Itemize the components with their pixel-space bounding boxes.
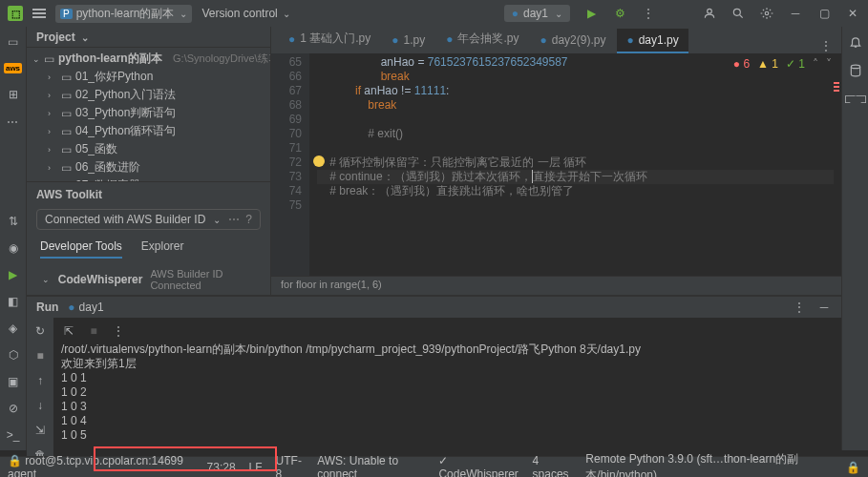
right-toolbar: ⫍⫎ — [841, 27, 868, 450]
editor-tab[interactable]: ●1.py — [382, 29, 434, 53]
main-area: ▭ aws ⊞ ⋯ ⇅ ◉ ▶ ◧ ◈ ⬡ ▣ ⊘ >_ Project — [0, 27, 868, 450]
line-separator[interactable]: LF — [249, 461, 263, 474]
commit-icon[interactable]: ◉ — [6, 240, 21, 256]
run-hide-icon[interactable]: ─ — [816, 300, 832, 315]
inspection-indicator[interactable]: ● 6 ▲ 1 ✓ 1 ˄˅ — [733, 57, 832, 71]
encoding[interactable]: UTF-8 — [276, 454, 305, 478]
remote-agent[interactable]: 🔒 root@5.tcp.vip.cpolar.cn:14699 agent — [8, 454, 194, 478]
lock-icon[interactable]: 🔒 — [846, 460, 860, 475]
run-title: Run — [36, 301, 58, 314]
editor: ●1 基础入门.py●1.py●年会抽奖.py●day2(9).py●day1.… — [271, 27, 841, 295]
run-config-label[interactable]: ●day1 — [68, 301, 103, 314]
tab-developer-tools[interactable]: Developer Tools — [40, 239, 122, 259]
svg-point-0 — [708, 9, 712, 13]
svg-point-1 — [733, 9, 740, 15]
code-area[interactable]: anHao = 7615237615237652349587 break if … — [309, 53, 841, 276]
aws-toolkit-header[interactable]: AWS Toolkit — [27, 181, 270, 205]
terminal-icon[interactable]: >_ — [6, 427, 21, 443]
aws-status[interactable]: AWS: Unable to connect — [317, 454, 425, 478]
python-console-icon[interactable]: ◧ — [6, 294, 21, 309]
up-icon[interactable]: ↑ — [32, 373, 48, 388]
project-tool-window: Project ⌄▭ python-learn的副本 G:\SynologyDr… — [27, 27, 271, 295]
more-icon[interactable]: ⋮ — [641, 6, 656, 21]
debug-icon[interactable]: ⚙ — [612, 6, 627, 21]
search-icon[interactable] — [730, 6, 746, 21]
maximize-icon[interactable]: ▢ — [816, 6, 832, 21]
console-line: 1 0 2 — [61, 385, 834, 400]
close-icon[interactable]: ✕ — [845, 6, 860, 21]
console-output[interactable]: ⇱ ■ ⋮ /root/.virtualenvs/python-learn的副本… — [53, 318, 841, 463]
tree-folder[interactable]: ›▭ 03_Python判断语句 — [27, 104, 270, 122]
python-packages-icon[interactable]: ◈ — [6, 321, 21, 336]
down-icon[interactable]: ↓ — [32, 398, 48, 413]
problems-icon[interactable]: ⊘ — [6, 401, 21, 416]
intention-bulb-icon[interactable] — [313, 156, 325, 167]
project-tool-icon[interactable]: ▭ — [6, 34, 21, 50]
left-toolbar: ▭ aws ⊞ ⋯ ⇅ ◉ ▶ ◧ ◈ ⬡ ▣ ⊘ >_ — [0, 27, 27, 450]
structure-icon[interactable]: ⊞ — [6, 87, 21, 102]
codewhisperer-item[interactable]: ⌄ CodeWhisperer AWS Builder ID Connected — [36, 268, 261, 291]
tree-folder[interactable]: ›▭ 01_你好Python — [27, 68, 270, 86]
tabs-more-icon[interactable]: ⋮ — [818, 38, 834, 53]
status-bar: 🔒 root@5.tcp.vip.cpolar.cn:14699 agent 7… — [0, 456, 868, 477]
svg-point-2 — [765, 11, 769, 15]
titlebar: ⬚ P python-learn的副本 Version control ● da… — [0, 0, 868, 27]
tab-explorer[interactable]: Explorer — [141, 239, 184, 259]
project-header[interactable]: Project — [27, 27, 270, 48]
settings-icon[interactable] — [759, 6, 774, 21]
filter-icon[interactable]: ⇲ — [32, 423, 48, 438]
soft-wrap-icon[interactable]: ■ — [86, 323, 101, 339]
git-icon[interactable]: ⇅ — [6, 214, 21, 229]
export-icon[interactable]: ⇱ — [61, 323, 76, 339]
codewhisperer-status[interactable]: ✓ CodeWhisperer — [438, 454, 519, 478]
run-icon[interactable]: ▶ — [583, 6, 599, 21]
project-selector[interactable]: P python-learn的副本 — [55, 5, 192, 23]
editor-tab[interactable]: ●1 基础入门.py — [279, 26, 380, 53]
project-name: python-learn的副本 — [76, 6, 175, 22]
minimize-icon[interactable]: ─ — [788, 6, 803, 21]
editor-tab[interactable]: ●年会抽奖.py — [436, 26, 528, 53]
tree-folder[interactable]: ›▭ 06_函数进阶 — [27, 158, 270, 176]
main-menu-icon[interactable] — [32, 9, 46, 18]
tree-folder[interactable]: ›▭ 02_Python入门语法 — [27, 86, 270, 104]
stop-icon[interactable]: ■ — [32, 348, 48, 363]
run-tool-window: Run ●day1 ⋮ ─ ↻ ■ ↑ ↓ ⇲ 🗑 — [27, 296, 841, 463]
run-tool-icon[interactable]: ▶ — [6, 267, 21, 282]
version-control-menu[interactable]: Version control — [201, 7, 290, 20]
scroll-icon[interactable]: ⋮ — [111, 323, 126, 339]
project-tree: ⌄▭ python-learn的副本 G:\SynologyDrive\练习项目… — [27, 48, 270, 181]
user-icon[interactable] — [702, 6, 717, 21]
editor-tab[interactable]: ●day1.py — [617, 29, 688, 53]
tree-folder[interactable]: ›▭ 04_Python循环语句 — [27, 122, 270, 140]
notifications-icon[interactable] — [848, 34, 863, 50]
editor-tab[interactable]: ●day2(9).py — [530, 29, 615, 53]
more-tools-icon[interactable]: ⋯ — [7, 115, 19, 129]
terminal-tool-icon[interactable]: ▣ — [6, 374, 21, 389]
services-icon[interactable]: ⬡ — [6, 347, 21, 363]
aws-connection-selector[interactable]: Connected with AWS Builder ID ⋯ ? — [36, 209, 261, 230]
gutter: 6566676869707172737475 — [271, 53, 309, 276]
database-icon[interactable] — [848, 63, 863, 78]
run-settings-icon[interactable]: ⋮ — [792, 300, 807, 315]
interpreter-status[interactable]: Remote Python 3.9.0 (sft…thon-learn的副本/b… — [585, 451, 833, 478]
svg-point-3 — [851, 65, 859, 69]
console-line: 欢迎来到第1层 — [61, 357, 834, 371]
tree-root[interactable]: ⌄▭ python-learn的副本 G:\SynologyDrive\练习项目… — [27, 50, 270, 68]
console-line: 1 0 4 — [61, 414, 834, 428]
indent-status[interactable]: 4 spaces — [533, 454, 573, 478]
caret-position[interactable]: 73:28 — [207, 461, 236, 474]
console-cmd: /root/.virtualenvs/python-learn的副本/bin/p… — [61, 342, 834, 357]
ide-logo: ⬚ — [8, 6, 23, 21]
aws-tool-icon[interactable]: aws — [4, 63, 22, 73]
console-line: 1 0 3 — [61, 400, 834, 414]
run-config-selector[interactable]: ● day1 — [504, 5, 570, 22]
sciview-icon[interactable]: ⫍⫎ — [848, 92, 863, 107]
console-line: 1 0 1 — [61, 371, 834, 385]
breadcrumb[interactable]: for floor in range(1, 6) — [271, 276, 841, 295]
rerun-icon[interactable]: ↻ — [32, 323, 48, 339]
error-stripe[interactable] — [834, 82, 839, 93]
editor-tabs: ●1 基础入门.py●1.py●年会抽奖.py●day2(9).py●day1.… — [271, 27, 841, 53]
tree-folder[interactable]: ›▭ 05_函数 — [27, 140, 270, 158]
run-side-toolbar: ↻ ■ ↑ ↓ ⇲ 🗑 — [27, 318, 53, 463]
console-line: 1 0 5 — [61, 428, 834, 443]
